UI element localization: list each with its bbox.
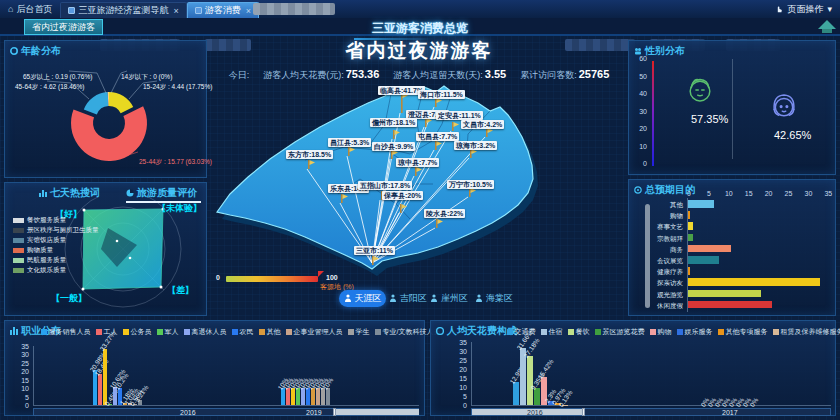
close-icon[interactable]: × — [246, 6, 251, 16]
purpose-category-label: 赛事文艺 — [631, 223, 683, 232]
quality-legend-item[interactable]: 文化娱乐质量 — [13, 265, 99, 275]
y-axis-tick: 25 — [451, 357, 467, 364]
legend-gradient-bar — [226, 276, 318, 282]
purpose-xtick: 0 — [684, 190, 694, 197]
datazoom-slider[interactable]: 20162017 — [471, 408, 831, 416]
district-tab-2[interactable]: 吉阳区 — [387, 290, 429, 307]
slider-axis-label: 2019 — [306, 409, 322, 416]
home-roof-icon[interactable] — [818, 20, 836, 29]
occupation-chart[interactable]: 3530252015105020.98%18.4%33.27%0.45%10.6… — [5, 321, 424, 415]
map-region-label[interactable]: 万宁市:10.5% — [447, 180, 494, 189]
purpose-chart[interactable]: 05101520253035其他购物赛事文艺宗教朝拜商务会议展览健康疗养探亲访友… — [629, 180, 835, 315]
person-icon — [430, 294, 438, 303]
purpose-category-label: 宗教朝拜 — [631, 235, 683, 244]
y-axis-tick: 5 — [451, 393, 467, 400]
legend-label: 餐饮服务质量 — [27, 216, 66, 225]
quality-legend-item[interactable]: 景区秩序与厕所卫生质量 — [13, 225, 99, 235]
purpose-bar[interactable] — [688, 222, 693, 230]
map-region-label[interactable]: 陵水县:22% — [424, 209, 465, 218]
map-region-label[interactable]: 海口市:11.5% — [418, 90, 465, 99]
chevron-down-icon: ▾ — [827, 4, 832, 14]
purpose-xtick: 15 — [744, 190, 754, 197]
y-axis-tick: 15 — [451, 375, 467, 382]
purpose-bar[interactable] — [688, 267, 690, 275]
purpose-xtick: 10 — [724, 190, 734, 197]
slider-selected-range[interactable] — [335, 409, 419, 415]
slider-handle[interactable] — [582, 408, 585, 416]
purpose-bar[interactable] — [688, 245, 731, 253]
map-region-label[interactable]: 屯昌县:7.7% — [416, 132, 459, 141]
home-nav[interactable]: ⌂ 后台首页 — [0, 0, 60, 18]
bar-value-label: 33.27% — [98, 330, 116, 352]
flag-marker-icon — [368, 256, 379, 268]
flag-marker-icon — [344, 147, 355, 159]
legend-swatch — [13, 228, 24, 233]
x-axis-line — [33, 405, 419, 406]
bar-chart-icon — [39, 189, 47, 197]
purpose-xtick: 5 — [704, 190, 714, 197]
purpose-category-label: 观光游览 — [631, 291, 683, 300]
map-region-label[interactable]: 昌江县:5.3% — [328, 138, 371, 147]
legend-label: 景区秩序与厕所卫生质量 — [27, 226, 99, 235]
gender-ytick: 0 — [631, 160, 647, 167]
subtab-overnight-visitors[interactable]: 省内过夜游游客 — [24, 19, 103, 35]
district-tab-4[interactable]: 海棠区 — [473, 290, 515, 307]
spending-chart[interactable]: 3530252015105012.99%31.66%27.18%9.35%15.… — [431, 321, 835, 415]
dashboard-screen: ⌂ 后台首页 三亚旅游经济监测导航 × 游客消费 × 页面操作 ▾ 省内过夜游游… — [0, 0, 840, 420]
quality-legend-item[interactable]: 宾馆饭店质量 — [13, 235, 99, 245]
map-region-label[interactable]: 东方市:18.5% — [286, 150, 333, 159]
map-region-label[interactable]: 白沙县:9.9% — [372, 142, 415, 151]
slider-axis-label: 2016 — [180, 409, 196, 416]
legend-label: 民航服务质量 — [27, 256, 66, 265]
series-bar[interactable] — [527, 356, 533, 405]
quality-legend-item[interactable]: 餐饮服务质量 — [13, 215, 99, 225]
district-tab-3[interactable]: 崖州区 — [428, 290, 470, 307]
legend-swatch — [13, 248, 24, 253]
panel-quality: 七天热搜词 旅游质量评价 【好】 【未体验】 — [4, 182, 207, 316]
purpose-bar[interactable] — [688, 234, 693, 242]
purpose-bar[interactable] — [688, 278, 820, 286]
quality-legend-item[interactable]: 民航服务质量 — [13, 255, 99, 265]
age-slice-label: 45-64岁 : 4.62 (18.46%) — [15, 83, 84, 92]
hand-icon — [775, 5, 783, 13]
map-region-label[interactable]: 保亭县:20% — [382, 191, 423, 200]
map-region-label[interactable]: 儋州市:18.1% — [370, 118, 417, 127]
y-axis-tick: 30 — [13, 351, 29, 358]
map-region-label[interactable]: 琼海市:3.2% — [454, 141, 497, 150]
panel-gender: 性别分布 6050403020100 57.35% 42.65% — [628, 40, 836, 175]
map-region-label[interactable]: 五指山市:17.8% — [358, 181, 412, 190]
purpose-bar[interactable] — [688, 290, 761, 298]
map-region-label[interactable]: 文昌市:4.2% — [461, 120, 504, 129]
tab-visitor-consumption[interactable]: 游客消费 × — [187, 2, 259, 18]
slider-handle[interactable] — [333, 408, 336, 416]
age-slice-label: 15-24岁 : 4.44 (17.75%) — [143, 83, 212, 92]
purpose-bar[interactable] — [688, 301, 772, 309]
page-ops-menu[interactable]: 页面操作 ▾ — [775, 3, 840, 16]
female-pct: 42.65% — [774, 129, 811, 141]
purpose-xtick: 20 — [764, 190, 774, 197]
gender-ytick: 50 — [631, 73, 647, 80]
tab-monitor-nav[interactable]: 三亚旅游经济监测导航 × — [60, 2, 186, 18]
map-region-label[interactable]: 定安县:11.1% — [436, 111, 483, 120]
purpose-xtick: 25 — [784, 190, 794, 197]
district-tab-1[interactable]: 天涯区 — [339, 290, 386, 307]
gender-ytick: 60 — [631, 55, 647, 62]
legend-swatch — [13, 238, 24, 243]
people-icon — [634, 47, 642, 55]
gender-ytick: 10 — [631, 143, 647, 150]
quality-legend: 餐饮服务质量景区秩序与厕所卫生质量宾馆饭店质量购物质量民航服务质量文化娱乐质量 — [13, 215, 99, 275]
purpose-bar[interactable] — [688, 200, 714, 208]
series-bar[interactable] — [98, 374, 102, 405]
close-icon[interactable]: × — [173, 6, 178, 16]
tab-label: 游客消费 — [205, 4, 241, 17]
quality-legend-item[interactable]: 购物质量 — [13, 245, 99, 255]
map-region-label[interactable]: 三亚市:11% — [354, 246, 395, 255]
stat-stay: 游客人均逗留天数(天):3.55 — [393, 68, 506, 82]
hainan-map[interactable]: 临高县:41.7%海口市:11.5%澄迈县:7.3%儋州市:18.1%定安县:1… — [210, 84, 628, 320]
purpose-bar[interactable] — [688, 211, 690, 219]
map-region-label[interactable]: 琼中县:7.7% — [396, 158, 439, 167]
x-axis-line — [471, 405, 831, 406]
subtab-label: 省内过夜游游客 — [32, 21, 95, 34]
datazoom-slider[interactable]: 20162019 — [33, 408, 419, 416]
purpose-bar[interactable] — [688, 256, 719, 264]
